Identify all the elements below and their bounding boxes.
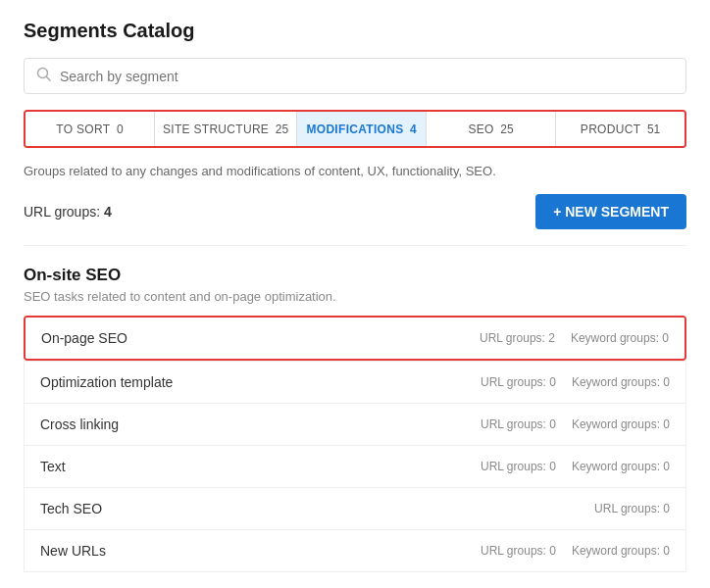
tab-seo[interactable]: SEO 25 xyxy=(427,112,556,146)
svg-line-1 xyxy=(47,77,51,81)
tab-site-structure[interactable]: SITE STRUCTURE 25 xyxy=(155,112,297,146)
search-bar xyxy=(24,58,686,94)
segment-row-text[interactable]: Text URL groups: 0 Keyword groups: 0 xyxy=(24,446,686,488)
segment-meta: URL groups: 2 Keyword groups: 0 xyxy=(480,331,669,345)
section-description: SEO tasks related to content and on-page… xyxy=(24,289,686,304)
url-groups-count: 4 xyxy=(104,204,112,220)
tab-to-sort[interactable]: TO SORT 0 xyxy=(25,112,155,146)
search-input[interactable] xyxy=(60,69,674,84)
search-icon xyxy=(36,67,52,85)
highlighted-segment-list: On-page SEO URL groups: 2 Keyword groups… xyxy=(24,316,686,361)
segment-row-new-urls[interactable]: New URLs URL groups: 0 Keyword groups: 0 xyxy=(24,530,686,572)
url-groups-label: URL groups: 4 xyxy=(24,204,112,220)
segment-name: On-page SEO xyxy=(41,330,127,346)
tab-description: Groups related to any changes and modifi… xyxy=(24,164,686,178)
segment-row-on-page-seo[interactable]: On-page SEO URL groups: 2 Keyword groups… xyxy=(25,318,685,359)
segment-row-optimization-template[interactable]: Optimization template URL groups: 0 Keyw… xyxy=(24,361,686,404)
section-title: On-site SEO xyxy=(24,266,686,285)
segment-row-cross-linking[interactable]: Cross linking URL groups: 0 Keyword grou… xyxy=(24,404,686,446)
new-segment-button[interactable]: + NEW SEGMENT xyxy=(535,194,686,229)
tab-product[interactable]: PRODUCT 51 xyxy=(556,112,685,146)
tabs-container: TO SORT 0 SITE STRUCTURE 25 MODIFICATION… xyxy=(24,110,686,148)
url-groups-row: URL groups: 4 + NEW SEGMENT xyxy=(24,194,686,246)
segments-plain-list: Optimization template URL groups: 0 Keyw… xyxy=(24,361,686,572)
page-title: Segments Catalog xyxy=(24,20,686,42)
tab-modifications[interactable]: MODIFICATIONS 4 xyxy=(297,112,427,146)
segment-row-tech-seo[interactable]: Tech SEO URL groups: 0 xyxy=(24,488,686,530)
on-site-seo-section: On-site SEO SEO tasks related to content… xyxy=(24,266,686,572)
